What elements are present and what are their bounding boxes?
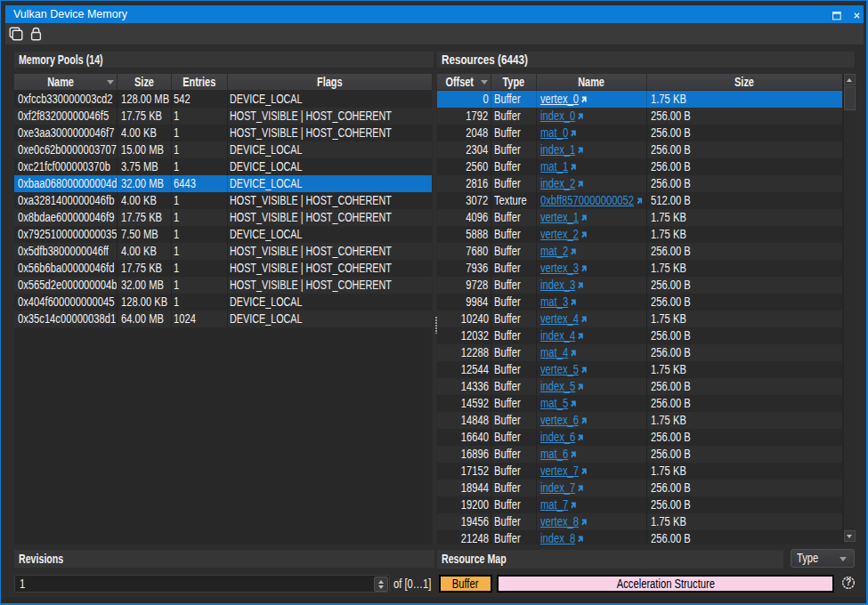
svg-text:?: ? bbox=[846, 577, 851, 587]
